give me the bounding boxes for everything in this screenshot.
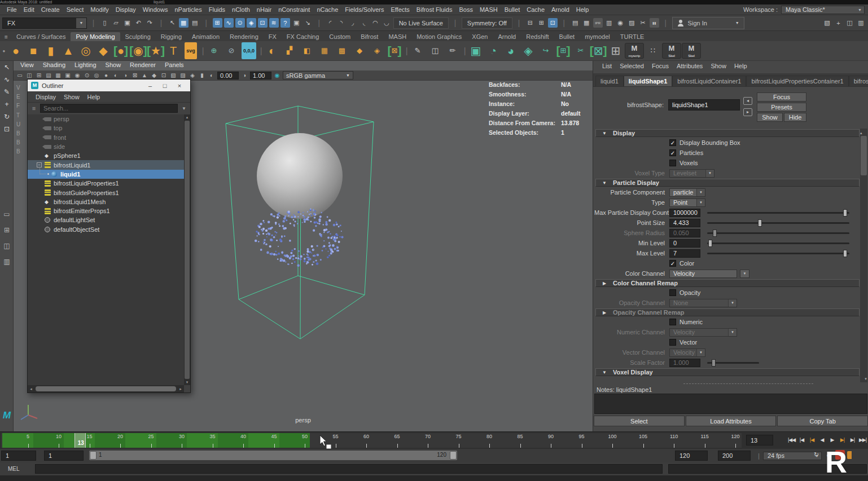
ae-menu-list[interactable]: List [599, 63, 615, 73]
menu-nconstraint[interactable]: nConstraint [275, 6, 313, 13]
menu-nhair[interactable]: nHair [253, 6, 275, 13]
shelf-tab-fx-caching[interactable]: FX Caching [282, 32, 324, 41]
viewport-toolbar-icon[interactable]: ◫ [25, 72, 33, 80]
history-on-icon[interactable]: ◠ [371, 18, 380, 28]
reduce-mesh-icon[interactable]: ◔ [485, 42, 502, 59]
checkbox-unchecked[interactable] [669, 339, 676, 346]
new-scene-icon[interactable]: ▯ [100, 18, 109, 28]
menu-mash[interactable]: MASH [476, 6, 501, 13]
value-field[interactable]: 0.050 [669, 229, 700, 237]
exposure-field[interactable]: 0.00 [217, 72, 239, 80]
ipr-render-icon[interactable]: IPR [593, 18, 603, 28]
dropdown[interactable]: Velocity▼ [669, 328, 737, 337]
viewport-toolbar-icon[interactable]: ⊡ [160, 72, 168, 80]
shelf-menu-icon[interactable]: ≡ [1, 34, 11, 41]
animation-end-field[interactable]: 200 [718, 451, 751, 461]
viewport-toolbar-icon[interactable]: ▲ [141, 72, 148, 80]
playback-start-field[interactable]: 1 [44, 451, 84, 461]
expand-icon[interactable]: − [37, 162, 42, 167]
menu-bullet[interactable]: Bullet [501, 6, 524, 13]
section-header-particle-display[interactable]: ▼Particle Display [595, 179, 860, 187]
uv-grid-icon[interactable]: ⊞ [607, 42, 624, 59]
svg-tool-icon[interactable]: svg [182, 42, 199, 59]
light-editor-icon[interactable]: ⊞ [537, 18, 546, 28]
viewport-toolbar-icon[interactable]: ⊙ [83, 72, 91, 80]
poly-cone-icon[interactable]: ▲ [60, 42, 77, 59]
section-header-voxel-display[interactable]: ▼Voxel Display [595, 368, 860, 376]
outliner-item-pSphere1[interactable]: ◆pSphere1 [28, 151, 184, 160]
myscript-button[interactable]: Mmyscrip [625, 43, 644, 59]
range-slider[interactable]: 1 120 [89, 451, 457, 460]
shelf-tab-arnold[interactable]: Arnold [493, 32, 521, 41]
range-end-handle[interactable] [450, 451, 457, 460]
poly-cube-icon[interactable]: ■ [25, 42, 42, 59]
poly-torus-icon[interactable]: ◎ [77, 42, 94, 59]
retopo-icon[interactable]: ↪ [537, 42, 554, 59]
scroll-down-icon[interactable]: ▾ [184, 379, 190, 385]
shelf-tab-animation[interactable]: Animation [187, 32, 225, 41]
booleans-icon[interactable]: ▞ [281, 42, 298, 59]
outliner-item-bifrostGuideProperties1[interactable]: bifrostGuideProperties1 [28, 188, 184, 197]
select-object-icon[interactable]: ▦ [179, 18, 188, 28]
remesh-icon[interactable]: [⊞] [555, 42, 572, 59]
grid-fill-icon[interactable]: ▦ [316, 42, 333, 59]
show-button[interactable]: Show [757, 113, 783, 122]
slider-handle[interactable] [843, 250, 847, 257]
outliner-item-defaultObjectSet[interactable]: defaultObjectSet [28, 225, 184, 234]
texture-view-icon[interactable]: ⊡ [548, 18, 558, 28]
command-line-mode[interactable]: MEL [0, 466, 35, 472]
slider-handle[interactable] [713, 230, 717, 237]
outliner-pane-layout-icon[interactable]: ▥ [0, 254, 14, 270]
play-forwards-button[interactable]: ▶ [827, 434, 837, 445]
go-to-end-button[interactable]: ▶▶| [858, 434, 867, 445]
smooth-proxy-icon[interactable]: ◕ [502, 42, 519, 59]
viewport-toolbar-icon[interactable]: ▭ [16, 72, 24, 80]
poly-sphere-icon[interactable]: ● [7, 42, 24, 59]
slider-handle[interactable] [712, 359, 716, 367]
outliner-menu-help[interactable]: Help [84, 94, 104, 100]
range-start-handle[interactable] [90, 451, 97, 460]
edit-edge-flow-icon[interactable]: ✏ [444, 42, 461, 59]
clipped-panel-icon[interactable] [847, 451, 852, 459]
lasso-tool-icon[interactable]: ∿ [0, 73, 14, 86]
chevron-down-icon[interactable]: ▼ [76, 18, 86, 28]
sculpt-knife-icon[interactable]: ✎ [409, 42, 426, 59]
checkbox-unchecked[interactable] [669, 289, 676, 296]
value-field[interactable]: 1000000 [669, 209, 700, 217]
input-operations-icon[interactable]: ◜ [326, 18, 335, 28]
outliner-item-side[interactable]: side [28, 142, 184, 151]
open-scene-icon[interactable]: ▱ [111, 18, 121, 28]
menu-effects[interactable]: Effects [387, 6, 413, 13]
close-button[interactable]: × [172, 82, 187, 89]
input-connections-icon[interactable]: ◝ [337, 18, 347, 28]
shelf-tab-motion-graphics[interactable]: Motion Graphics [411, 32, 467, 41]
slider-track[interactable] [707, 232, 849, 234]
shape-name-field[interactable]: liquidShape1 [668, 99, 740, 111]
shelf-tab-redshift[interactable]: Redshift [521, 32, 554, 41]
viewport-toolbar-icon[interactable]: ▧ [169, 72, 177, 80]
paint-select-tool-icon[interactable]: ✎ [0, 86, 14, 98]
modeling-toolkit-icon[interactable]: ▧ [822, 18, 832, 28]
menu-create[interactable]: Create [38, 6, 63, 13]
combine-icon[interactable]: ◐ [264, 42, 280, 59]
outliner-item-defaultLightSet[interactable]: defaultLightSet [28, 215, 184, 224]
transfer-attrs-icon[interactable]: [⊠] [590, 42, 607, 59]
lock-icon[interactable]: ▣ [292, 18, 301, 28]
step-back-key-button[interactable]: |◀ [807, 434, 817, 445]
shelf-tab-custom[interactable]: Custom [324, 32, 356, 41]
menu-help[interactable]: Help [573, 6, 593, 13]
viewport-menu-lighting[interactable]: Lighting [71, 61, 100, 68]
scroll-right-icon[interactable]: ▸ [177, 387, 184, 391]
tab-bifrostG[interactable]: bifrostG [849, 76, 868, 86]
scrollbar-thumb[interactable] [36, 386, 176, 391]
dropdown[interactable]: Point▼ [669, 198, 705, 207]
poly-plane-icon[interactable]: ◆ [95, 42, 112, 59]
redo-icon[interactable]: ↷ [145, 18, 155, 28]
outliner-item-bifrostLiquid1Mesh[interactable]: ◆bifrostLiquid1Mesh [28, 197, 184, 206]
ae-menu-show[interactable]: Show [707, 63, 730, 73]
scroll-up-icon[interactable]: ▴ [860, 131, 862, 135]
make-live-icon[interactable]: ≋ [269, 18, 279, 28]
step-forward-key-button[interactable]: ▶| [838, 434, 847, 445]
viewport-toolbar-icon[interactable]: ◎ [93, 72, 100, 80]
menu-modify[interactable]: Modify [87, 6, 112, 13]
